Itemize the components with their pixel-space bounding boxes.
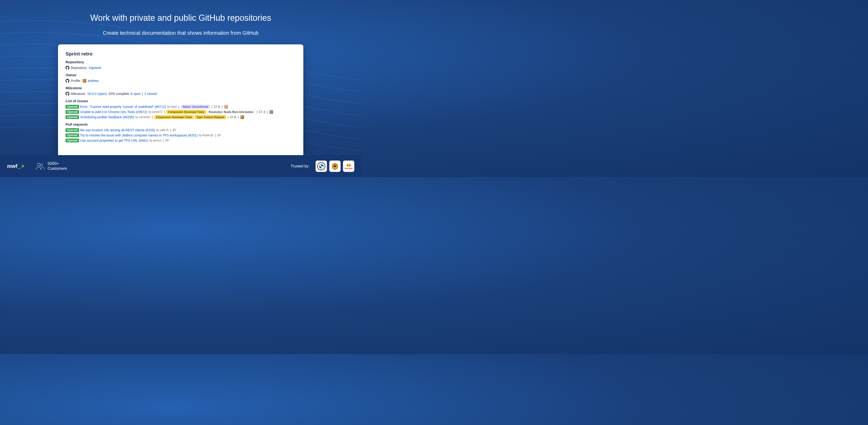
- svg-point-1: [40, 164, 43, 166]
- svg-rect-5: [334, 166, 336, 167]
- avatar: [224, 105, 228, 109]
- repository-heading: Repository: [66, 60, 296, 64]
- milestone-heading: Milestone: [66, 86, 296, 90]
- status-badge: Opened: [66, 134, 79, 137]
- svg-text:Red Bull: Red Bull: [345, 167, 352, 170]
- pr-link[interactable]: Use account properties to get TFS URL (#…: [80, 139, 148, 142]
- people-icon: [35, 161, 45, 171]
- hero-title: Work with private and public GitHub repo…: [0, 13, 361, 23]
- status-badge: Opened: [66, 115, 79, 119]
- issue-row: Opened Error: "Cannot read properly 'con…: [66, 105, 296, 109]
- comment-icon: [214, 105, 217, 108]
- github-icon: [66, 79, 69, 83]
- repository-label: Repository:: [71, 66, 88, 69]
- pr-row: Opened Use account properties to get TFS…: [66, 139, 296, 142]
- milestone-open-link[interactable]: 8 open: [131, 92, 141, 96]
- issue-link[interactable]: Scheduling profiler feedback (#9205): [80, 115, 134, 119]
- repository-link[interactable]: logstash: [89, 66, 101, 69]
- card-title: Sprint retro: [66, 51, 296, 57]
- issue-link[interactable]: Unable to Add it in Chrome Dev Tools (#3…: [80, 110, 148, 114]
- pr-link[interactable]: Re-use location info among all REST clie…: [80, 128, 155, 132]
- owner-link[interactable]: andrew: [88, 79, 99, 83]
- issue-row: Opened Scheduling profiler feedback (#92…: [66, 115, 296, 119]
- issue-author: by basil: [167, 105, 177, 108]
- pr-link[interactable]: Try to resolve the issue with JetBins co…: [80, 134, 198, 137]
- svg-point-0: [37, 163, 40, 166]
- pr-row: Opened Try to resolve the issue with Jet…: [66, 134, 296, 137]
- milestone-label: Milestone:: [71, 92, 86, 96]
- issues-heading: List of issues: [66, 99, 296, 103]
- brand-porsche: [329, 161, 341, 172]
- issue-tag: Type: Feature Request: [195, 115, 226, 119]
- issue-tag: Component: Developer Tools: [166, 110, 206, 114]
- github-icon: [66, 66, 69, 69]
- status-badge: Opened: [66, 105, 79, 109]
- pr-author: by janooz: [149, 139, 161, 142]
- comment-count: 0: [235, 115, 236, 119]
- avatar: [240, 115, 244, 119]
- avatar: [269, 110, 273, 114]
- issue-author: by larry472: [148, 110, 162, 114]
- github-icon: [66, 92, 69, 96]
- issue-tag: Component: Developer Tools: [154, 115, 194, 119]
- avatar: [83, 79, 86, 83]
- status-badge: Opened: [66, 128, 79, 132]
- trusted-by-label: Trusted by:: [291, 164, 309, 168]
- comment-icon: [217, 134, 220, 137]
- comment-icon: [259, 111, 262, 114]
- comment-icon: [230, 116, 233, 119]
- issue-tag: Status: Unconfirmed: [181, 105, 210, 109]
- status-badge: Opened: [66, 139, 79, 142]
- milestone-closed-link[interactable]: 2 closed: [144, 92, 157, 96]
- svg-rect-4: [334, 165, 336, 166]
- issue-author: by carneloA: [135, 115, 150, 119]
- comment-icon: [165, 139, 168, 142]
- milestone-progress: 20% complete: [108, 92, 129, 96]
- customers-count: 5000+: [48, 161, 67, 166]
- hero-subtitle: Create technical documentation that show…: [0, 30, 361, 36]
- comment-icon: [173, 129, 176, 132]
- pr-author: by sder15: [156, 129, 168, 132]
- owner-heading: Owner: [66, 73, 296, 77]
- customers-stat: 5000+ Customers: [35, 161, 67, 171]
- issue-tag: Resolution: Needs More Information: [207, 110, 255, 114]
- prs-heading: Pull requests: [66, 122, 296, 126]
- owner-label: Profile:: [71, 79, 81, 83]
- brand-bmw: [316, 161, 327, 172]
- footer: mwf_> 5000+ Customers Trusted by: Red Bu…: [0, 155, 361, 177]
- pipe: |: [142, 92, 143, 96]
- issue-row: Opened Unable to Add it in Chrome Dev To…: [66, 110, 296, 114]
- pr-author: by RubinJD: [199, 134, 214, 137]
- status-badge: Opened: [66, 110, 79, 114]
- customers-label: Customers: [48, 166, 67, 171]
- milestone-version-link[interactable]: 18.0.0 (open): [87, 92, 107, 96]
- demo-card: Sprint retro Repository Repository: logs…: [58, 45, 303, 160]
- logo[interactable]: mwf_>: [7, 163, 24, 169]
- issue-link[interactable]: Error: "Cannot read properly 'concat' of…: [80, 105, 166, 109]
- brand-redbull: Red Bull: [343, 161, 354, 172]
- pr-row: Opened Re-use location info among all RE…: [66, 128, 296, 132]
- comment-count: 2: [264, 110, 266, 114]
- comment-count: 0: [218, 105, 220, 109]
